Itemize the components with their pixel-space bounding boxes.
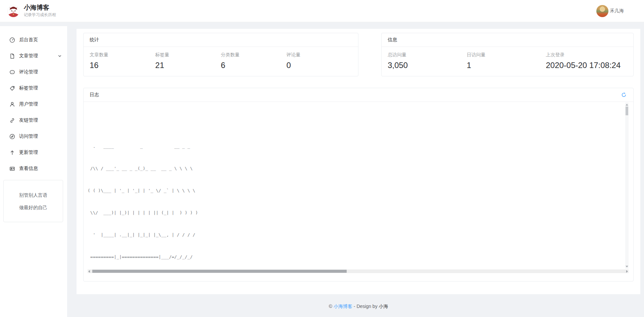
log-card-title: 日志 [90,92,99,98]
sidebar-item-label: 更新管理 [19,149,38,155]
stat-category-count: 分类数量 6 [221,52,287,70]
sidebar-item-label: 文章管理 [19,53,38,59]
footer-designer: 小海 [379,304,388,309]
sidebar-nav: 后台首页 文章管理 评论管理 [0,32,67,177]
scroll-left-icon[interactable] [88,270,90,273]
content-area: 统计 文章数量 16 标签量 21 分类数量 6 [77,29,640,317]
log-text: . ____ _ __ _ _ /\\ / ___'_ __ _ _(_)_ _… [88,102,629,273]
sidebar-item-label: 标签管理 [19,85,38,91]
stat-daily-visits: 日访问量 1 [467,52,546,70]
vertical-scrollbar-thumb[interactable] [626,107,628,115]
stats-card-title: 统计 [84,33,358,47]
site-subtitle: 记录学习成长历程 [24,12,56,18]
log-card: 日志 . ____ _ __ _ _ [83,88,634,281]
stat-comment-count: 评论量 0 [287,52,352,70]
footer: © 小海博客 - Design by 小海 [77,294,640,317]
chevron-down-icon[interactable] [58,54,62,58]
log-console: . ____ _ __ _ _ /\\ / ___'_ __ _ _(_)_ _… [88,102,629,273]
motto-card: 别管别人言语 做最好的自己 [3,180,63,222]
sidebar-item-tags[interactable]: 标签管理 [0,80,67,96]
sidebar: 后台首页 文章管理 评论管理 [0,26,67,317]
content-panel: 统计 文章数量 16 标签量 21 分类数量 6 [77,29,640,294]
spring-boot-banner: . ____ _ __ _ _ /\\ / ___'_ __ _ _(_)_ _… [88,128,629,273]
tag-icon [9,85,15,91]
summary-cards-row: 统计 文章数量 16 标签量 21 分类数量 6 [83,33,634,76]
user-name: 禾几海 [610,8,624,14]
stats-card: 统计 文章数量 16 标签量 21 分类数量 6 [83,33,358,76]
motto-line: 做最好的自己 [6,201,61,214]
stat-tag-count: 标签量 21 [155,52,221,70]
sidebar-item-comments[interactable]: 评论管理 [0,64,67,80]
compass-icon [9,134,15,139]
motto-line: 别管别人言语 [6,189,61,201]
sidebar-item-articles[interactable]: 文章管理 [0,48,67,64]
sidebar-item-links[interactable]: 友链管理 [0,112,67,128]
article-icon [9,53,15,59]
refresh-button[interactable] [621,92,627,98]
main-layout: 后台首页 文章管理 评论管理 [0,22,644,317]
scroll-right-icon[interactable] [626,270,628,273]
sidebar-item-label: 评论管理 [19,69,38,75]
footer-site-link[interactable]: 小海博客 [334,304,352,309]
footer-design-text: - Design by [352,304,379,309]
brand-text: 小海博客 记录学习成长历程 [24,4,56,18]
horizontal-scrollbar[interactable] [88,269,629,273]
sidebar-item-info[interactable]: 查看信息 [0,161,67,177]
info-card: 信息 总访问量 3,050 日访问量 1 上次登录 2020-05-20 17: [381,33,634,76]
scroll-up-icon[interactable] [626,104,628,106]
dashboard-icon [9,37,15,43]
sidebar-item-visits[interactable]: 访问管理 [0,128,67,144]
site-title: 小海博客 [24,4,56,11]
user-avatar[interactable] [596,5,608,17]
horizontal-scrollbar-thumb[interactable] [92,270,347,273]
vertical-scrollbar[interactable] [625,103,629,269]
stat-last-login: 上次登录 2020-05-20 17:08:24 [546,52,627,70]
log-body: . ____ _ __ _ _ /\\ / ___'_ __ _ _(_)_ _… [84,102,633,281]
app-header: 小海博客 记录学习成长历程 禾几海 [0,0,644,22]
user-menu[interactable]: 禾几海 [596,5,624,17]
site-logo-icon [7,5,19,17]
sidebar-item-label: 查看信息 [19,166,38,172]
sidebar-item-users[interactable]: 用户管理 [0,96,67,112]
stat-article-count: 文章数量 16 [90,52,155,70]
link-icon [9,118,15,123]
sidebar-item-label: 用户管理 [19,101,38,107]
user-manage-icon [9,102,15,107]
sidebar-item-label: 友链管理 [19,117,38,123]
copyright-symbol: © [329,304,332,309]
brand: 小海博客 记录学习成长历程 [7,4,56,18]
upload-arrow-icon [9,150,15,155]
comment-icon [9,69,15,75]
sidebar-item-label: 访问管理 [19,133,38,139]
scroll-down-icon[interactable] [626,266,628,267]
sidebar-item-updates[interactable]: 更新管理 [0,144,67,161]
refresh-icon [621,92,627,98]
id-card-icon [9,166,15,172]
info-card-title: 信息 [382,33,633,47]
stat-total-visits: 总访问量 3,050 [388,52,467,70]
sidebar-item-dashboard[interactable]: 后台首页 [0,32,67,48]
sidebar-item-label: 后台首页 [19,37,38,43]
